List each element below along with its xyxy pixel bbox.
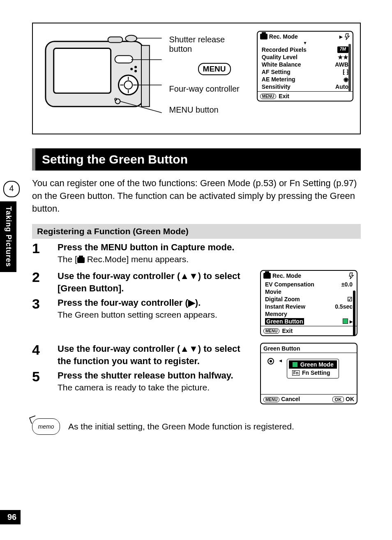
lcd-top-footer: MENU Exit (258, 91, 353, 101)
menu-pill-wrap: MENU (198, 63, 249, 75)
left-arrow-icon: ◂ (279, 357, 282, 364)
row-label: Memory (265, 311, 287, 317)
row-label: Quality Level (262, 54, 297, 60)
row-label: White Balance (262, 61, 301, 68)
lcd-middle-footer-text: Exit (282, 328, 293, 334)
camera-illustration (39, 31, 162, 117)
side-tab: 4 Taking Pictures (0, 181, 23, 272)
row-value: 7M (337, 46, 348, 53)
memo-text: As the initial setting, the Green Mode f… (68, 422, 294, 432)
step-5: 5 Press the shutter release button halfw… (32, 369, 253, 397)
step-num: 4 (32, 343, 50, 357)
step-4: 4 Use the four-way controller (▲▼) to se… (32, 343, 253, 368)
row-value: ◉ (344, 76, 348, 83)
step-title: Press the shutter release button halfway… (58, 369, 253, 382)
svg-point-16 (125, 35, 137, 42)
diagram-box: Shutter release button MENU Four-way con… (32, 23, 361, 134)
camera-icon (77, 257, 85, 263)
down-arrow-icon: ▼ (258, 41, 353, 45)
step-title: Use the four-way controller (▲▼) to sele… (58, 270, 253, 294)
tool-icon (344, 33, 350, 40)
svg-point-11 (134, 66, 137, 68)
lcd-bottom: Green Button ◂ Green Mode FnFn Setting (260, 343, 357, 404)
page: 4 Taking Pictures 96 (0, 0, 392, 540)
green-square-icon (292, 362, 298, 367)
row-label: Instant Review (265, 303, 305, 310)
chapter-number: 4 (3, 181, 20, 197)
memo-row: memo As the initial setting, the Green M… (32, 418, 361, 435)
row-value: ★★ (338, 54, 348, 60)
side-label-wrap: Taking Pictures (0, 201, 16, 272)
lcd-middle-body: EV Compensation±0.0 Movie Digital Zoom☑ … (261, 280, 357, 326)
page-number: 96 (0, 510, 21, 524)
menu-small-icon: MENU (263, 397, 279, 402)
row-label: AF Setting (262, 69, 291, 75)
step-sub: The camera is ready to take the picture. (58, 383, 253, 392)
step-title: Press the four-way controller (▶). (58, 297, 253, 309)
lcd-middle-header: Rec. Mode (261, 271, 357, 280)
menu-small-icon: MENU (260, 94, 276, 99)
row-value: ☑ (347, 296, 353, 302)
ok-box-icon: OK (332, 397, 344, 402)
lcd-top: Rec. Mode ▶ ▼ Recorded Pixels7M Quality … (257, 31, 353, 102)
lcd-middle: Rec. Mode EV Compensation±0.0 Movie Digi… (260, 270, 357, 336)
svg-point-3 (124, 81, 132, 89)
memo-icon: memo (32, 418, 60, 435)
option-green-mode: Green Mode (289, 360, 337, 369)
svg-rect-1 (54, 48, 111, 93)
row-label: Recorded Pixels (262, 46, 307, 53)
lcd-bottom-body: ◂ Green Mode FnFn Setting (261, 353, 357, 394)
step-2: 2 Use the four-way controller (▲▼) to se… (32, 270, 253, 295)
svg-point-12 (130, 68, 133, 70)
step-title: Press the MENU button in Capture mode. (58, 241, 361, 254)
steps-4-5-row: 4 Use the four-way controller (▲▼) to se… (32, 343, 361, 411)
row-label: Digital Zoom (265, 296, 300, 302)
row-value: ±0.0 (341, 281, 353, 288)
svg-rect-10 (115, 55, 133, 63)
step-sub: The Green button setting screen appears. (58, 310, 253, 320)
row-label: EV Compensation (265, 281, 314, 288)
lcd-top-header: Rec. Mode ▶ (258, 32, 353, 41)
ok-label: OK (346, 396, 354, 402)
row-label: Movie (265, 288, 281, 295)
tool-icon (348, 272, 354, 279)
row-value: 0.5sec (335, 303, 353, 310)
step-num: 3 (32, 297, 50, 311)
section-header: Setting the Green Button (32, 148, 361, 171)
svg-point-13 (134, 70, 137, 72)
step-3: 3 Press the four-way controller (▶). The… (32, 297, 253, 324)
lcd-top-footer-text: Exit (279, 93, 289, 99)
content: Shutter release button MENU Four-way con… (32, 23, 361, 435)
right-arrow-icon: ▶ (339, 35, 343, 39)
row-label: Sensitivity (262, 83, 291, 90)
lcd-middle-footer: MENU Exit (261, 326, 357, 335)
camera-icon (263, 273, 271, 279)
option-label: Fn Setting (302, 369, 330, 376)
lcd-top-body: Recorded Pixels7M Quality Level★★ White … (258, 45, 353, 91)
lcd-top-title: Rec. Mode (269, 33, 298, 40)
svg-rect-15 (108, 37, 123, 43)
step-sub-post: Rec.Mode] menu appears. (85, 254, 189, 264)
label-menubtn: MENU button (169, 105, 249, 115)
scrollbar (353, 291, 355, 336)
sub-header: Registering a Function (Green Mode) (32, 224, 361, 239)
step-1: 1 Press the MENU button in Capture mode.… (32, 241, 361, 268)
cancel-label: Cancel (281, 396, 300, 402)
row-value: ⁅ ⁆ (343, 69, 348, 75)
menu-small-icon: MENU (263, 328, 279, 334)
label-fourway: Four-way controller (169, 84, 249, 94)
lcd-bottom-header: Green Button (261, 344, 357, 353)
row-value: Auto (335, 83, 348, 90)
side-label: Taking Pictures (4, 206, 13, 267)
lcd-middle-title: Rec. Mode (272, 272, 301, 279)
diagram-label-column: Shutter release button MENU Four-way con… (169, 31, 249, 126)
camera-icon (260, 34, 267, 39)
row-value: AWB (335, 61, 348, 68)
label-shutter: Shutter release button (169, 35, 249, 54)
fn-icon: Fn (292, 370, 300, 376)
step-sub-pre: The [ (58, 254, 77, 264)
intro-text: You can register one of the two function… (32, 177, 361, 215)
step-num: 1 (32, 241, 50, 255)
svg-rect-14 (141, 46, 150, 107)
lcd-bottom-title: Green Button (263, 345, 300, 352)
